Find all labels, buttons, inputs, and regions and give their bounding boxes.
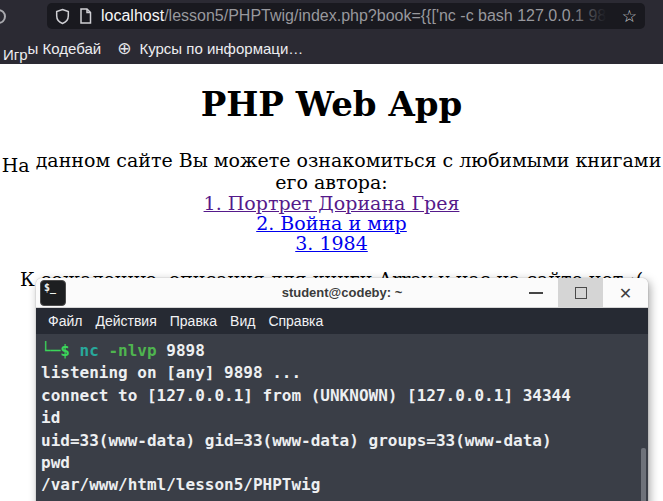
page-icon[interactable] — [79, 8, 92, 24]
book-links: 1. Портрет Дориана Грея 2. Война и мир 3… — [0, 193, 663, 253]
intro-rest: данном сайте Вы можете ознакомиться с лю… — [30, 149, 662, 193]
close-button[interactable]: ✕ — [603, 278, 648, 308]
maximize-icon — [575, 287, 587, 299]
menu-edit[interactable]: Правка — [170, 313, 217, 329]
terminal-line: listening on [any] 9898 ... — [41, 362, 648, 384]
menu-view[interactable]: Вид — [230, 313, 255, 329]
terminal-app-icon: $_ — [40, 280, 66, 306]
maximize-button[interactable] — [558, 278, 603, 308]
globe-icon: ⊕ — [117, 38, 131, 58]
terminal-menubar: Файл Действия Правка Вид Справка — [36, 308, 648, 334]
terminal-line: connect to [127.0.0.1] from (UNKNOWN) [1… — [41, 385, 648, 407]
terminal-titlebar[interactable]: $_ student@codeby: ~ ✕ — [36, 278, 648, 308]
book-link-1[interactable]: 1. Портрет Дориана Грея — [0, 193, 663, 213]
partial-extension-icon[interactable] — [0, 9, 6, 24]
menu-help[interactable]: Справка — [268, 313, 323, 329]
bookmarks-bar: Игр ы Кодебай ⊕ Курсы по информаци… — [0, 32, 663, 64]
minimize-icon — [529, 292, 543, 294]
terminal-line: /var/www/html/lesson5/PHPTwig — [41, 474, 648, 496]
prompt-line: └─$ nc -nlvp 9898 — [41, 340, 648, 362]
terminal-output-area[interactable]: └─$ nc -nlvp 9898 listening on [any] 989… — [36, 334, 648, 501]
bookmark-item-courses[interactable]: Курсы по информаци… — [139, 40, 303, 57]
url-host: localhost — [101, 7, 164, 24]
bookmark-item-games[interactable]: ы Кодебай — [28, 40, 102, 57]
shell-prompt: └─$ — [41, 341, 70, 360]
url-text[interactable]: localhost/lesson5/PHPTwig/index.php?book… — [101, 3, 613, 29]
bookmark-star-icon[interactable]: ☆ — [622, 3, 637, 29]
book-link-2[interactable]: 2. Война и мир — [0, 213, 663, 233]
bookmark-item-games-prefix[interactable]: Игр — [3, 46, 28, 63]
command-port: 9898 — [166, 341, 205, 360]
intro-first-word: На — [2, 154, 30, 176]
terminal-scrollbar-thumb[interactable] — [641, 448, 646, 501]
terminal-window: $_ student@codeby: ~ ✕ Файл Действия Пра… — [36, 278, 648, 501]
terminal-line: ^C — [41, 497, 648, 501]
terminal-line: pwd — [41, 452, 648, 474]
window-controls: ✕ — [513, 278, 648, 308]
menu-file[interactable]: Файл — [48, 313, 82, 329]
browser-toolbar: localhost/lesson5/PHPTwig/index.php?book… — [0, 0, 663, 64]
command-flags: -nlvp — [108, 341, 156, 360]
url-bar[interactable]: localhost/lesson5/PHPTwig/index.php?book… — [47, 3, 645, 29]
terminal-line: uid=33(www-data) gid=33(www-data) groups… — [41, 430, 648, 452]
minimize-button[interactable] — [513, 278, 558, 308]
page-title: PHP Web App — [0, 85, 663, 123]
terminal-line: id — [41, 407, 648, 429]
intro-text: На данном сайте Вы можете ознакомиться с… — [0, 149, 663, 193]
book-link-3[interactable]: 3. 1984 — [0, 233, 663, 253]
menu-actions[interactable]: Действия — [95, 313, 156, 329]
address-bar-row: localhost/lesson5/PHPTwig/index.php?book… — [0, 0, 663, 32]
shield-icon[interactable] — [55, 8, 70, 25]
url-path: /lesson5/PHPTwig/index.php?book={{['nc -… — [164, 7, 606, 24]
command-name: nc — [80, 341, 99, 360]
